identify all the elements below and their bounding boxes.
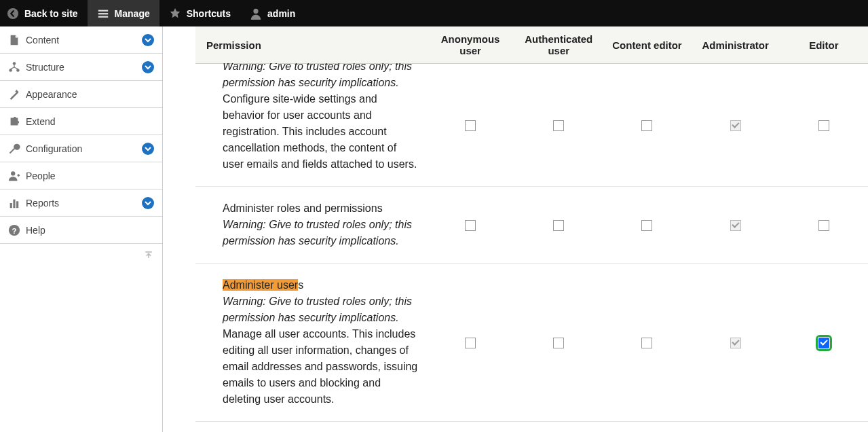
column-header-permission: Permission: [195, 26, 426, 64]
chevron-down-icon: [142, 197, 154, 209]
permission-checkbox[interactable]: [553, 338, 564, 348]
permission-description: Administer usersWarning: Give to trusted…: [195, 264, 426, 422]
column-header-authenticated: Authenticated user: [514, 26, 603, 64]
chevron-down-icon: [142, 61, 154, 73]
sidebar-item-label: Appearance: [26, 89, 154, 100]
permission-cell: [780, 64, 868, 187]
wrench-icon: [8, 143, 20, 155]
hierarchy-icon: [8, 61, 20, 73]
chevron-left-icon: [7, 7, 19, 20]
user-menu-button[interactable]: admin: [240, 0, 305, 26]
svg-rect-1: [98, 10, 107, 11]
sidebar-item-configuration[interactable]: Configuration: [0, 135, 162, 162]
permissions-table: Permission Anonymous user Authenticated …: [195, 26, 868, 432]
back-to-site-label: Back to site: [24, 8, 78, 19]
help-icon: [8, 224, 20, 236]
user-label: admin: [267, 8, 295, 19]
hamburger-icon: [97, 7, 109, 20]
sidebar-item-label: People: [26, 170, 154, 181]
column-header-content-editor: Content editor: [603, 26, 691, 64]
permission-cell: [426, 187, 514, 264]
admin-sidebar: ContentStructureAppearanceExtendConfigur…: [0, 26, 163, 432]
permission-checkbox: [730, 338, 741, 348]
person-icon: [8, 170, 20, 182]
permission-description: Warning: Give to trusted roles only; thi…: [195, 64, 426, 187]
svg-point-4: [253, 8, 258, 13]
chevron-down-icon: [142, 34, 154, 46]
permission-cell: [426, 64, 514, 187]
permission-checkbox[interactable]: [641, 220, 652, 231]
sidebar-item-help[interactable]: Help: [0, 217, 162, 244]
sidebar-item-extend[interactable]: Extend: [0, 108, 162, 135]
permission-checkbox[interactable]: [465, 220, 476, 231]
chevron-down-icon: [142, 143, 154, 155]
sidebar-item-structure[interactable]: Structure: [0, 54, 162, 81]
file-icon: [8, 34, 20, 46]
star-icon: [169, 7, 181, 20]
table-row: Administer roles and permissionsWarning:…: [195, 187, 868, 264]
collapse-sidebar-button[interactable]: [135, 244, 162, 268]
permission-checkbox[interactable]: [553, 120, 564, 131]
permission-cell: [514, 187, 603, 264]
sidebar-item-content[interactable]: Content: [0, 26, 162, 54]
svg-rect-2: [98, 13, 107, 14]
bars-icon: [8, 197, 20, 209]
wand-icon: [8, 88, 20, 101]
permission-cell: [780, 422, 868, 433]
permission-checkbox[interactable]: [818, 120, 829, 131]
permission-cell: [514, 64, 603, 187]
permission-checkbox[interactable]: [641, 338, 652, 348]
sidebar-item-label: Extend: [26, 116, 154, 127]
permission-cell: [514, 264, 603, 422]
shortcuts-label: Shortcuts: [187, 8, 231, 19]
permission-description: Cancel own user accountNote: content may…: [195, 422, 426, 433]
permission-description: Administer roles and permissionsWarning:…: [195, 187, 426, 264]
admin-toolbar: Back to site Manage Shortcuts admin: [0, 0, 868, 26]
permission-checkbox[interactable]: [641, 120, 652, 131]
permission-checkbox[interactable]: [465, 120, 476, 131]
sidebar-item-people[interactable]: People: [0, 162, 162, 190]
permission-cell: [603, 64, 691, 187]
table-row: Cancel own user accountNote: content may…: [195, 422, 868, 433]
permission-cell: [780, 264, 868, 422]
permission-cell: [692, 187, 780, 264]
permission-checkbox[interactable]: [465, 338, 476, 348]
sidebar-item-appearance[interactable]: Appearance: [0, 81, 162, 108]
permission-cell: [692, 264, 780, 422]
sidebar-item-label: Help: [26, 225, 154, 236]
permission-cell: [426, 422, 514, 433]
sidebar-item-label: Content: [26, 35, 136, 46]
column-header-editor: Editor: [780, 26, 868, 64]
main-content: Permission Anonymous user Authenticated …: [163, 26, 868, 432]
back-to-site-button[interactable]: Back to site: [0, 0, 88, 26]
svg-point-0: [7, 7, 18, 18]
user-icon: [250, 7, 262, 20]
shortcuts-button[interactable]: Shortcuts: [159, 0, 240, 26]
sidebar-item-label: Configuration: [26, 143, 136, 154]
table-row: Administer usersWarning: Give to trusted…: [195, 264, 868, 422]
table-row: Warning: Give to trusted roles only; thi…: [195, 64, 868, 187]
svg-rect-3: [98, 16, 107, 17]
permission-cell: [603, 422, 691, 433]
permission-cell: [603, 264, 691, 422]
permission-cell: [426, 264, 514, 422]
sidebar-item-label: Structure: [26, 62, 136, 73]
permission-checkbox: [730, 120, 741, 131]
permission-cell: [514, 422, 603, 433]
sidebar-item-reports[interactable]: Reports: [0, 190, 162, 217]
puzzle-icon: [8, 115, 20, 128]
manage-label: Manage: [115, 8, 150, 19]
permission-cell: [692, 64, 780, 187]
permission-checkbox[interactable]: [818, 338, 829, 348]
column-header-anonymous: Anonymous user: [426, 26, 514, 64]
permission-cell: [780, 187, 868, 264]
permission-cell: [603, 187, 691, 264]
permission-cell: [692, 422, 780, 433]
permission-checkbox: [730, 220, 741, 231]
permission-checkbox[interactable]: [553, 220, 564, 231]
manage-button[interactable]: Manage: [88, 0, 159, 26]
column-header-administrator: Administrator: [692, 26, 780, 64]
sidebar-item-label: Reports: [26, 198, 136, 209]
permission-checkbox[interactable]: [818, 220, 829, 231]
